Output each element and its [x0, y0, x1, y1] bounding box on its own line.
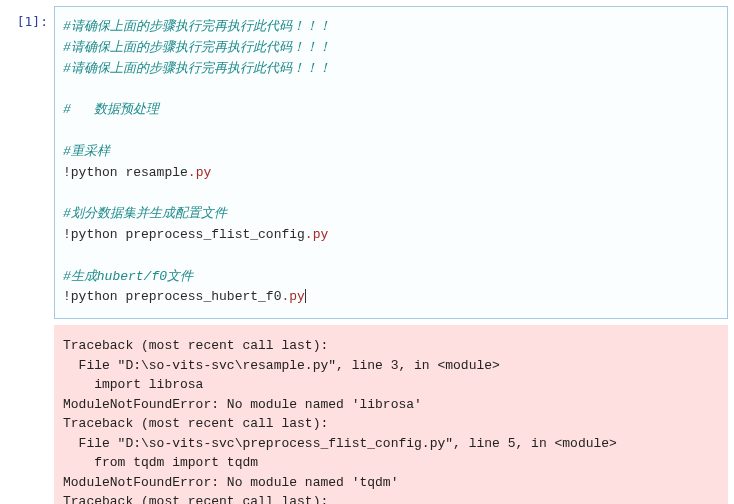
code-comment: #请确保上面的步骤执行完再执行此代码！！！	[63, 19, 331, 34]
shell-command: !python preprocess_flist_config.py	[63, 225, 721, 246]
error-output: Traceback (most recent call last): File …	[54, 325, 728, 504]
code-comment: #重采样	[63, 144, 110, 159]
blank-line	[63, 183, 721, 204]
code-comment: #生成hubert/f0文件	[63, 269, 193, 284]
code-comment: #划分数据集并生成配置文件	[63, 206, 227, 221]
code-comment: #请确保上面的步骤执行完再执行此代码！！！	[63, 61, 331, 76]
shell-command: !python resample.py	[63, 163, 721, 184]
execution-prompt: [1]:	[6, 6, 54, 319]
blank-line	[63, 246, 721, 267]
code-comment: # 数据预处理	[63, 102, 159, 117]
shell-command: !python preprocess_hubert_f0.py	[63, 287, 721, 308]
blank-line	[63, 79, 721, 100]
code-input[interactable]: #请确保上面的步骤执行完再执行此代码！！！ #请确保上面的步骤执行完再执行此代码…	[54, 6, 728, 319]
text-cursor	[305, 289, 306, 303]
code-cell: [1]: #请确保上面的步骤执行完再执行此代码！！！ #请确保上面的步骤执行完再…	[6, 6, 728, 319]
blank-line	[63, 121, 721, 142]
code-comment: #请确保上面的步骤执行完再执行此代码！！！	[63, 40, 331, 55]
